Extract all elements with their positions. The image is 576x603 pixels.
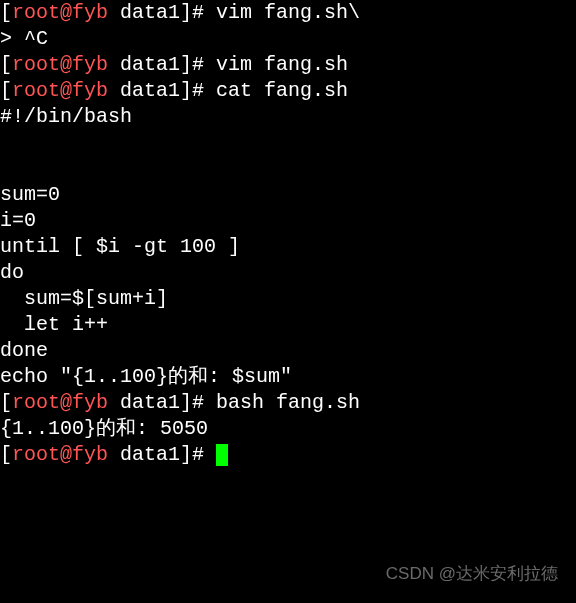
terminal-line: do (0, 260, 576, 286)
prompt-end: ]# (180, 79, 216, 102)
prompt-end: ]# (180, 443, 216, 466)
user-host: root@fyb (12, 53, 108, 76)
path: data1 (108, 79, 180, 102)
path: data1 (108, 1, 180, 24)
terminal-line: echo "{1..100}的和: $sum" (0, 364, 576, 390)
terminal-line: done (0, 338, 576, 364)
terminal-line: > ^C (0, 26, 576, 52)
terminal-line: [root@fyb data1]# cat fang.sh (0, 78, 576, 104)
user-host: root@fyb (12, 1, 108, 24)
terminal-line: until [ $i -gt 100 ] (0, 234, 576, 260)
user-host: root@fyb (12, 391, 108, 414)
terminal-line: let i++ (0, 312, 576, 338)
prompt-bracket: [ (0, 53, 12, 76)
terminal-line: [root@fyb data1]# vim fang.sh\ (0, 0, 576, 26)
cursor-icon[interactable] (216, 444, 228, 466)
terminal-line: [root@fyb data1]# (0, 442, 576, 468)
path: data1 (108, 391, 180, 414)
path: data1 (108, 53, 180, 76)
watermark: CSDN @达米安利拉德 (386, 563, 558, 585)
user-host: root@fyb (12, 79, 108, 102)
command-text: cat fang.sh (216, 79, 348, 102)
prompt-bracket: [ (0, 79, 12, 102)
command-text: vim fang.sh\ (216, 1, 360, 24)
terminal-line: #!/bin/bash (0, 104, 576, 130)
terminal-line: {1..100}的和: 5050 (0, 416, 576, 442)
prompt-bracket: [ (0, 443, 12, 466)
prompt-end: ]# (180, 391, 216, 414)
terminal-line: [root@fyb data1]# vim fang.sh (0, 52, 576, 78)
prompt-bracket: [ (0, 1, 12, 24)
terminal-line: sum=0 (0, 182, 576, 208)
terminal-line (0, 130, 576, 156)
prompt-end: ]# (180, 1, 216, 24)
prompt-end: ]# (180, 53, 216, 76)
terminal-line: sum=$[sum+i] (0, 286, 576, 312)
path: data1 (108, 443, 180, 466)
terminal-line: [root@fyb data1]# bash fang.sh (0, 390, 576, 416)
terminal-line (0, 156, 576, 182)
prompt-bracket: [ (0, 391, 12, 414)
terminal-window[interactable]: [root@fyb data1]# vim fang.sh\ > ^C [roo… (0, 0, 576, 468)
command-text: bash fang.sh (216, 391, 360, 414)
command-text: vim fang.sh (216, 53, 348, 76)
terminal-line: i=0 (0, 208, 576, 234)
user-host: root@fyb (12, 443, 108, 466)
